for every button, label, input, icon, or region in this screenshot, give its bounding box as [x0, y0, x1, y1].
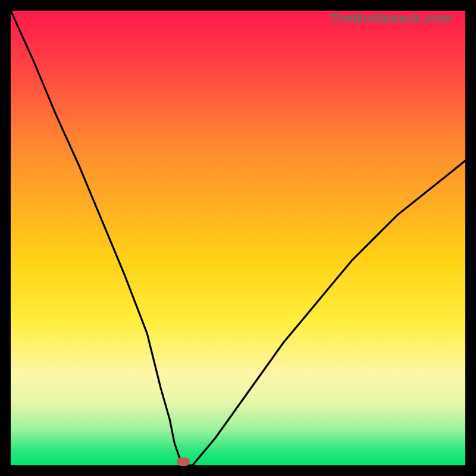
- minimum-marker: [177, 458, 190, 466]
- chart-curve: [11, 11, 465, 465]
- bottleneck-curve-path: [11, 11, 465, 465]
- chart-plot-area: TheBottleneck.com: [11, 11, 465, 465]
